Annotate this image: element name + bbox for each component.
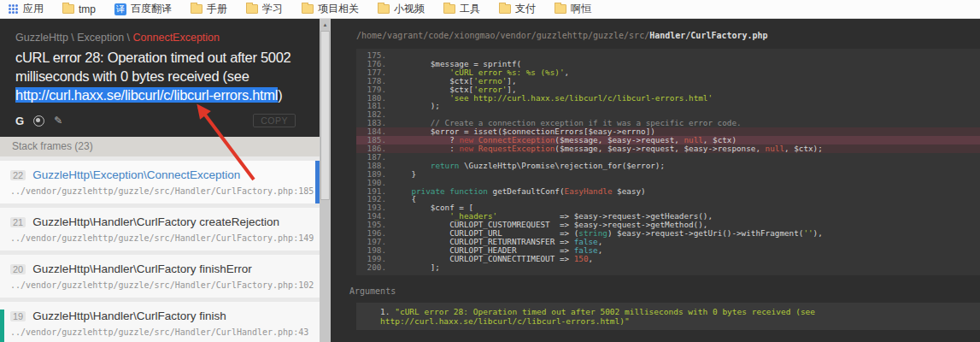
frame-path: ../vendor/guzzlehttp/guzzle/src/Handler/… bbox=[10, 327, 309, 337]
bookmark-item[interactable]: 学习 bbox=[246, 2, 283, 16]
frame-number: 20 bbox=[10, 264, 26, 274]
exception-message-close-paren: ) bbox=[278, 87, 282, 103]
argument-row: 1. "cURL error 28: Operation timed out a… bbox=[356, 303, 980, 330]
exception-breadcrumb: GuzzleHttp \ Exception \ ConnectExceptio… bbox=[15, 32, 308, 44]
bookmark-label: 啊恒 bbox=[571, 2, 591, 16]
bookmark-label: tmp bbox=[79, 3, 96, 15]
stack-frames-header: Stack frames (23) bbox=[0, 137, 320, 156]
bookmark-item[interactable]: 啊恒 bbox=[555, 2, 591, 16]
folder-icon bbox=[378, 4, 390, 14]
file-path-prefix: /home/vagrant/code/xiongmao/vendor/guzzl… bbox=[356, 31, 649, 40]
frame-title-row: 19 GuzzleHttp\Handler\CurlFactory finish bbox=[10, 310, 309, 322]
bookmark-label: 小视频 bbox=[394, 2, 425, 16]
frame-number: 22 bbox=[10, 170, 26, 180]
folder-icon bbox=[443, 4, 455, 14]
stack-frame[interactable]: 19 GuzzleHttp\Handler\CurlFactory finish… bbox=[0, 302, 320, 342]
frame-title: GuzzleHttp\Handler\CurlFactory createRej… bbox=[32, 215, 279, 228]
code-line: 186. : new RequestException($message, $e… bbox=[356, 144, 980, 153]
code-line: 188. return \GuzzleHttp\Promise\rejectio… bbox=[356, 162, 980, 170]
line-code: : new RequestException($message, $easy->… bbox=[392, 144, 823, 153]
line-number: 200. bbox=[356, 263, 392, 272]
frame-path: ../vendor/guzzlehttp/guzzle/src/Handler/… bbox=[10, 186, 309, 196]
line-number: 190. bbox=[356, 179, 392, 187]
apps-shortcut[interactable]: 应用 bbox=[9, 2, 44, 16]
frame-title-row: 20 GuzzleHttp\Handler\CurlFactory finish… bbox=[10, 262, 309, 275]
google-search-icon[interactable]: G bbox=[15, 115, 24, 127]
folder-icon bbox=[499, 4, 511, 14]
teal-edge-strip bbox=[0, 310, 4, 342]
folder-icon bbox=[191, 4, 202, 14]
scrollbar-up-arrow-icon[interactable]: ▲ bbox=[320, 19, 331, 31]
exception-header: GuzzleHttp \ Exception \ ConnectExceptio… bbox=[0, 19, 320, 137]
frame-path: ../vendor/guzzlehttp/guzzle/src/Handler/… bbox=[10, 233, 309, 243]
stackoverflow-search-icon[interactable]: ✎ bbox=[54, 115, 62, 127]
code-line: 191. private function getDefaultConf(Eas… bbox=[356, 187, 980, 196]
bookmark-label: 手册 bbox=[207, 2, 227, 16]
argument-value: "cURL error 28: Operation timed out afte… bbox=[380, 307, 815, 326]
frame-number: 19 bbox=[10, 311, 26, 321]
bookmark-item[interactable]: 小视频 bbox=[378, 2, 425, 16]
apps-label: 应用 bbox=[23, 2, 44, 16]
bookmark-item[interactable]: 译 百度翻译 bbox=[114, 2, 172, 16]
line-code: ]; bbox=[392, 263, 440, 272]
code-line: 200. ]; bbox=[356, 263, 980, 272]
stack-frames-list: 22 GuzzleHttp\Exception\ConnectException… bbox=[0, 156, 320, 342]
left-panel-scrollbar[interactable]: ▲ bbox=[320, 19, 331, 342]
code-line: 199. CURLOPT_CONNECTTIMEOUT => 150, bbox=[356, 255, 980, 263]
whoops-error-page: GuzzleHttp \ Exception \ ConnectExceptio… bbox=[0, 19, 980, 342]
file-path-filename: Handler/CurlFactory.php bbox=[649, 31, 767, 40]
exception-message-text: cURL error 28: Operation timed out after… bbox=[15, 50, 290, 84]
frame-title-row: 22 GuzzleHttp\Exception\ConnectException bbox=[10, 168, 309, 181]
bookmark-label: 支付 bbox=[515, 2, 536, 16]
folder-icon bbox=[555, 4, 566, 14]
folder-icon bbox=[62, 4, 74, 14]
stack-frame[interactable]: 21 GuzzleHttp\Handler\CurlFactory create… bbox=[0, 208, 320, 251]
bookmark-label: 百度翻译 bbox=[131, 2, 172, 16]
exception-panel: GuzzleHttp \ Exception \ ConnectExceptio… bbox=[0, 19, 320, 342]
code-line: 180. 'see http://curl.haxx.se/libcurl/c/… bbox=[356, 94, 980, 103]
libcurl-errors-link[interactable]: http://curl.haxx.se/libcurl/c/libcurl-er… bbox=[15, 87, 278, 103]
stack-frame[interactable]: 22 GuzzleHttp\Exception\ConnectException… bbox=[0, 161, 320, 203]
frame-path: ../vendor/guzzlehttp/guzzle/src/Handler/… bbox=[10, 280, 309, 290]
frame-title: GuzzleHttp\Exception\ConnectException bbox=[32, 168, 240, 181]
stack-frame[interactable]: 20 GuzzleHttp\Handler\CurlFactory finish… bbox=[0, 255, 320, 298]
code-line: 189. } bbox=[356, 170, 980, 179]
line-code: private function getDefaultConf(EasyHand… bbox=[392, 187, 646, 196]
file-path: /home/vagrant/code/xiongmao/vendor/guzzl… bbox=[331, 19, 980, 40]
bookmark-item[interactable]: 项目相关 bbox=[302, 2, 359, 16]
translate-icon: 译 bbox=[114, 3, 126, 15]
bookmark-label: 学习 bbox=[262, 2, 283, 16]
bookmark-item[interactable]: 工具 bbox=[443, 2, 480, 16]
line-code: return \GuzzleHttp\Promise\rejection_for… bbox=[392, 162, 665, 170]
folder-icon bbox=[302, 4, 314, 14]
argument-index: 1. bbox=[380, 307, 390, 316]
frame-title: GuzzleHttp\Handler\CurlFactory finishErr… bbox=[32, 262, 252, 275]
bookmark-label: 项目相关 bbox=[318, 2, 359, 16]
bookmarks-list: tmp 译 百度翻译 手册 学习 项目相关 小视频 工具 支付 啊恒 bbox=[62, 2, 591, 16]
duckduckgo-search-icon[interactable] bbox=[33, 115, 44, 127]
line-code: 'see http://curl.haxx.se/libcurl/c/libcu… bbox=[392, 94, 713, 103]
exception-toolbar: G ✎ COPY bbox=[15, 114, 308, 130]
code-block: 175. 176. $message = sprintf(177. 'cURL … bbox=[356, 49, 980, 275]
frame-number: 21 bbox=[10, 217, 26, 227]
code-panel: /home/vagrant/code/xiongmao/vendor/guzzl… bbox=[331, 19, 980, 342]
line-code: ); bbox=[392, 102, 440, 110]
exception-namespace: GuzzleHttp \ Exception \ bbox=[15, 32, 133, 44]
browser-bookmarks-bar: 应用 tmp 译 百度翻译 手册 学习 项目相关 小视频 工具 支付 啊恒 bbox=[0, 0, 980, 19]
bookmark-item[interactable]: 支付 bbox=[499, 2, 536, 16]
bookmark-label: 工具 bbox=[460, 2, 480, 16]
folder-icon bbox=[246, 4, 258, 14]
exception-class: ConnectException bbox=[133, 32, 220, 44]
frame-title-row: 21 GuzzleHttp\Handler\CurlFactory create… bbox=[10, 215, 309, 228]
code-line: 181. ); bbox=[356, 102, 980, 110]
scrollbar-thumb[interactable] bbox=[320, 31, 330, 200]
apps-grid-icon bbox=[9, 4, 18, 14]
copy-button[interactable]: COPY bbox=[253, 114, 296, 127]
bookmark-item[interactable]: tmp bbox=[62, 3, 96, 15]
bookmark-item[interactable]: 手册 bbox=[191, 2, 227, 16]
exception-message: cURL error 28: Operation timed out after… bbox=[15, 49, 308, 104]
arguments-label: Arguments bbox=[349, 286, 980, 296]
frame-title: GuzzleHttp\Handler\CurlFactory finish bbox=[32, 310, 226, 322]
